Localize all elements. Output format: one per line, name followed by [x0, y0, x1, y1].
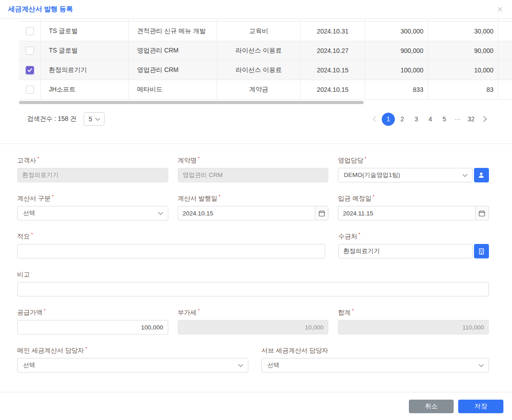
invoice-type-value: 선택 [23, 209, 35, 217]
field-label: 입금 예정일 [338, 195, 489, 204]
cell-category: 교육비 [217, 22, 301, 41]
row-checkbox[interactable] [26, 86, 34, 94]
page-button-1[interactable]: 1 [382, 113, 395, 126]
invoice-form: 고객사 계약명 영업담당 DEMO(기술영업1팀) [0, 144, 512, 385]
cell-vat: 90,000 [428, 41, 498, 61]
invoice-type-select[interactable]: 선택 [17, 206, 168, 220]
cell-supply-amount: 300,000 [365, 22, 428, 41]
issue-date-calendar-button[interactable] [315, 206, 328, 220]
h-scrollbar-thumb[interactable] [19, 101, 364, 104]
chevron-down-icon [479, 364, 484, 367]
page-button-5[interactable]: 5 [438, 113, 451, 126]
field-label: 고객사 [17, 157, 168, 166]
table-row-selected[interactable]: 환정의료기기 영업관리 CRM 라이선스 이용료 2024.10.15 100,… [19, 61, 512, 80]
contract-table-section: TS 글로벌 견적관리 신규 메뉴 개발 교육비 2024.10.31 300,… [0, 19, 512, 127]
field-label: 서브 세금계산서 담당자 [261, 347, 489, 356]
deposit-date-calendar-button[interactable] [475, 206, 489, 220]
deposit-date-input[interactable] [338, 206, 475, 220]
cell-supply-amount: 900,000 [365, 41, 428, 61]
page-button-4[interactable]: 4 [424, 113, 437, 126]
row-checkbox[interactable] [26, 27, 34, 35]
page-button-3[interactable]: 3 [410, 113, 423, 126]
cell-contract: 영업관리 CRM [129, 41, 217, 61]
payee-input[interactable] [338, 244, 473, 258]
row-checkbox[interactable] [26, 66, 34, 74]
page-button-2[interactable]: 2 [396, 113, 409, 126]
results-count: 검색건수 : 158 건 [27, 115, 76, 123]
cell-vat: 30,000 [428, 22, 498, 41]
payee-search-button[interactable] [474, 244, 489, 258]
prev-page-button [368, 113, 381, 125]
save-button[interactable]: 저장 [458, 400, 503, 413]
vat-input [178, 320, 329, 334]
field-supply-amount: 공급가액 [17, 309, 168, 334]
modal-title: 세금계산서 발행 등록 [8, 5, 73, 14]
calendar-icon [479, 210, 485, 217]
supply-amount-input[interactable] [17, 320, 168, 334]
cell-category: 계약금 [217, 80, 301, 100]
field-issue-date: 계산서 발행일 [178, 195, 329, 220]
field-main-manager: 메인 세금계산서 담당자 선택 [17, 347, 248, 372]
page-button-last[interactable]: 32 [465, 113, 478, 126]
summary-input[interactable] [17, 244, 325, 258]
sales-rep-value: DEMO(기술영업1팀) [344, 171, 400, 179]
pagination-ellipsis: ⋯ [452, 115, 464, 123]
chevron-down-icon [158, 212, 163, 215]
table-row[interactable]: TS 글로벌 영업관리 CRM 라이선스 이용료 2024.10.27 900,… [19, 41, 512, 61]
note-input[interactable] [17, 282, 489, 296]
total-input [338, 320, 489, 334]
chevron-left-icon [373, 116, 376, 122]
field-customer: 고객사 [17, 157, 168, 182]
next-page-button[interactable] [479, 113, 491, 125]
page-size-select[interactable]: 5 [84, 112, 104, 126]
field-payee: 수금처 [338, 233, 489, 258]
main-manager-select[interactable]: 선택 [17, 358, 248, 372]
cell-contract: 영업관리 CRM [129, 61, 217, 80]
contract-table: TS 글로벌 견적관리 신규 메뉴 개발 교육비 2024.10.31 300,… [19, 19, 512, 100]
field-label: 영업담당 [338, 157, 489, 166]
field-deposit-date: 입금 예정일 [338, 195, 489, 220]
field-label: 합계 [338, 309, 489, 318]
sales-rep-search-button[interactable] [474, 168, 489, 182]
field-note: 비고 [17, 271, 489, 296]
calendar-icon [318, 210, 325, 217]
cell-supply-amount: 100,000 [365, 61, 428, 80]
table-scroll-area: TS 글로벌 견적관리 신규 메뉴 개발 교육비 2024.10.31 300,… [19, 19, 512, 100]
field-vat: 부가세 [178, 309, 329, 334]
field-label: 부가세 [178, 309, 329, 318]
cell-vat: 10,000 [428, 61, 498, 80]
field-label: 메인 세금계산서 담당자 [17, 347, 248, 356]
checkbox-cell [19, 41, 41, 61]
modal-header: 세금계산서 발행 등록 × [0, 0, 512, 19]
person-icon [478, 172, 485, 179]
field-sales-rep: 영업담당 DEMO(기술영업1팀) [338, 157, 489, 182]
table-row[interactable]: TS 글로벌 견적관리 신규 메뉴 개발 교육비 2024.10.31 300,… [19, 22, 512, 41]
sub-manager-select[interactable]: 선택 [261, 358, 489, 372]
page-size-value: 5 [89, 115, 92, 123]
table-row[interactable]: JH소프트 메타비드 계약금 2024.10.15 833 83 [19, 80, 512, 100]
issue-date-input[interactable] [178, 206, 315, 220]
cell-contract: 견적관리 신규 메뉴 개발 [129, 22, 217, 41]
cell-contract: 메타비드 [129, 80, 217, 100]
h-scrollbar [19, 101, 486, 104]
checkbox-cell [19, 61, 41, 80]
cell-customer: TS 글로벌 [41, 22, 129, 41]
sales-rep-select[interactable]: DEMO(기술영업1팀) [338, 168, 473, 182]
chevron-down-icon [238, 364, 243, 367]
checkbox-cell [19, 22, 41, 41]
field-label: 계산서 구분 [17, 195, 168, 204]
cell-supply-amount: 833 [365, 80, 428, 100]
field-label: 비고 [17, 271, 489, 280]
close-icon[interactable]: × [497, 5, 503, 14]
cell-date: 2024.10.27 [301, 41, 365, 61]
pagination: 1 2 3 4 5 ⋯ 32 [368, 113, 491, 126]
cell-customer: JH소프트 [41, 80, 129, 100]
field-label: 수금처 [338, 233, 489, 242]
building-icon [478, 248, 485, 255]
cell-category: 라이선스 이용료 [217, 41, 301, 61]
field-label: 계산서 발행일 [178, 195, 329, 204]
contract-input [178, 168, 329, 182]
field-summary: 적요 [17, 233, 325, 258]
cancel-button[interactable]: 취소 [409, 400, 454, 413]
row-checkbox[interactable] [26, 47, 34, 55]
